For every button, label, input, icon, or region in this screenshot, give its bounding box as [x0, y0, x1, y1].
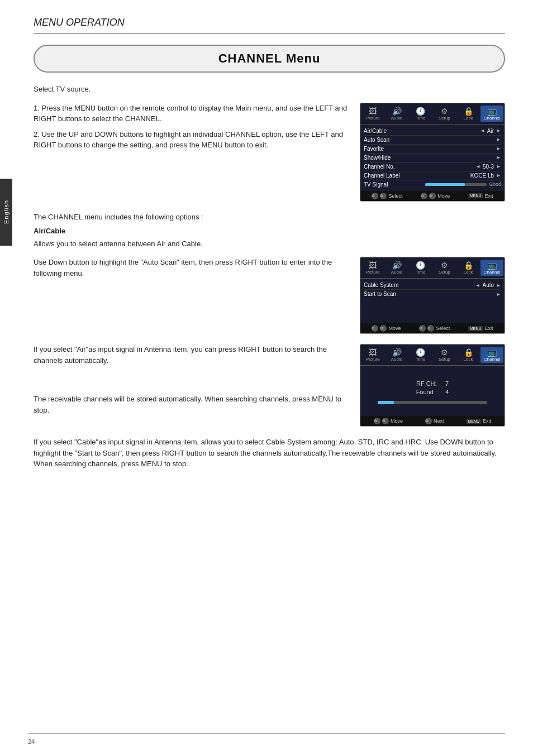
tv-menu-1-body: Air/Cable ◄ Air ► Auto Scan ► Favorite ► [360, 125, 505, 191]
channel-menu-title-box: CHANNEL Menu [34, 45, 505, 73]
tv-menu-2-body: Cable System ◄ Auto ► Start to Scan ► [360, 279, 505, 323]
bottom-line [28, 733, 505, 734]
row-auto-scan: Auto Scan ► [364, 136, 501, 145]
icon-lock: 🔒 Lock [457, 106, 480, 122]
page: English MENU OPERATION CHANNEL Menu Sele… [0, 0, 533, 756]
cable-desc: If you select "Cable"as input signal in … [34, 437, 505, 470]
row-start-scan: Start to Scan ► [364, 290, 501, 298]
row-channel-label: Channel Label KOCE Lb ► [364, 171, 501, 180]
instructions-text-col: 1. Press the MENU button on the remote c… [34, 103, 349, 155]
auto-scan-text-col: Use Down button to highlight the "Auto S… [34, 257, 349, 283]
instructions-section: 1. Press the MENU button on the remote c… [34, 103, 505, 202]
auto-scan-desc: Use Down button to highlight the "Auto S… [34, 257, 349, 279]
page-number: 24 [28, 738, 35, 745]
signal-bar [425, 183, 487, 186]
icon3-lock: 🔒 Lock [457, 347, 480, 363]
select-source-text: Select TV source. [34, 84, 505, 95]
page-header: MENU OPERATION [34, 17, 505, 34]
tv-menu-1-icons: 🖼 Picture 🔊 Audio 🕐 Time ⚙ Setup [360, 103, 505, 125]
icon2-time: 🕐 Time [409, 260, 432, 276]
row-tv-signal: TV Signal Good [364, 180, 501, 189]
rf-ch-value: 7 [445, 380, 449, 387]
icon3-audio: 🔊 Audio [386, 347, 408, 363]
instruction-2: 2. Use the UP and DOWN buttons to highli… [34, 129, 349, 151]
scan-info-box: RF CH: 7 Found : 4 [416, 380, 449, 395]
tv-menu-3-body: RF CH: 7 Found : 4 [360, 366, 505, 416]
row-cable-system: Cable System ◄ Auto ► [364, 281, 501, 290]
icon-time: 🕐 Time [409, 106, 432, 122]
tv-menu-3: 🖼 Picture 🔊 Audio 🕐 Time ⚙ Setup [360, 344, 505, 427]
tv-menu-2-footer: ⊙⊙ Move ⊙⊙ Select MENU Exit [360, 323, 505, 333]
tv-menu-3-icons: 🖼 Picture 🔊 Audio 🕐 Time ⚙ Setup [360, 344, 505, 366]
icon-picture: 🖼 Picture [361, 106, 384, 122]
air-signal-desc: If you select "Air"as input signal in An… [34, 344, 349, 366]
found-label: Found : [416, 389, 437, 395]
icon3-channel: 📺 Channel [480, 347, 503, 363]
icon-channel: 📺 Channel [480, 106, 503, 122]
scan-progress-bar [378, 401, 488, 404]
scan-progress-section: If you select "Air"as input signal in An… [34, 344, 505, 427]
page-title: MENU OPERATION [34, 17, 505, 28]
rf-ch-label: RF CH: [416, 380, 437, 387]
menu2-image-col: 🖼 Picture 🔊 Audio 🕐 Time ⚙ Setup [360, 257, 505, 334]
icon2-audio: 🔊 Audio [386, 260, 408, 276]
instruction-1: 1. Press the MENU button on the remote c… [34, 103, 349, 125]
scan-progress-fill [378, 401, 394, 404]
side-tab-label: English [3, 200, 9, 224]
auto-scan-section: Use Down button to highlight the "Auto S… [34, 257, 505, 334]
row-air-cable: Air/Cable ◄ Air ► [364, 127, 501, 136]
air-cable-desc: Allows you to select antenna between Air… [34, 238, 505, 250]
icon2-setup: ⚙ Setup [433, 260, 456, 276]
row-show-hide: Show/Hide ► [364, 154, 501, 162]
icon2-lock: 🔒 Lock [457, 260, 480, 276]
icon-setup: ⚙ Setup [433, 106, 456, 122]
found-value: 4 [445, 389, 449, 395]
tv-menu-1: 🖼 Picture 🔊 Audio 🕐 Time ⚙ Setup [360, 103, 505, 202]
menu1-image-col: 🖼 Picture 🔊 Audio 🕐 Time ⚙ Setup [360, 103, 505, 202]
tv-menu-2-icons: 🖼 Picture 🔊 Audio 🕐 Time ⚙ Setup [360, 257, 505, 279]
channel-menu-includes: The CHANNEL menu includes the following … [34, 212, 505, 223]
air-cable-label: Air/Cable [34, 226, 505, 237]
menu3-image-col: 🖼 Picture 🔊 Audio 🕐 Time ⚙ Setup [360, 344, 505, 427]
icon2-picture: 🖼 Picture [361, 260, 384, 276]
icon3-picture: 🖼 Picture [361, 347, 384, 363]
tv-menu-2: 🖼 Picture 🔊 Audio 🕐 Time ⚙ Setup [360, 257, 505, 334]
channel-menu-title: CHANNEL Menu [35, 51, 504, 66]
icon3-time: 🕐 Time [409, 347, 432, 363]
icon2-channel: 📺 Channel [480, 260, 503, 276]
icon-audio: 🔊 Audio [386, 106, 408, 122]
signal-fill [425, 183, 465, 186]
side-tab: English [0, 179, 12, 246]
tv-menu-1-footer: ⊙⊙ Select ⊙⊙ Move MENU Exit [360, 191, 505, 201]
scan-text-col: If you select "Air"as input signal in An… [34, 344, 349, 420]
row-channel-no: Channel No. ◄ 50-3 ► [364, 162, 501, 171]
icon3-setup: ⚙ Setup [433, 347, 456, 363]
row-favorite: Favorite ► [364, 145, 501, 154]
receivable-desc: The receivable channels will be stored a… [34, 394, 349, 415]
tv-menu-3-footer: ⊙⊙ Move ⊙ Next MENU Exit [360, 416, 505, 426]
